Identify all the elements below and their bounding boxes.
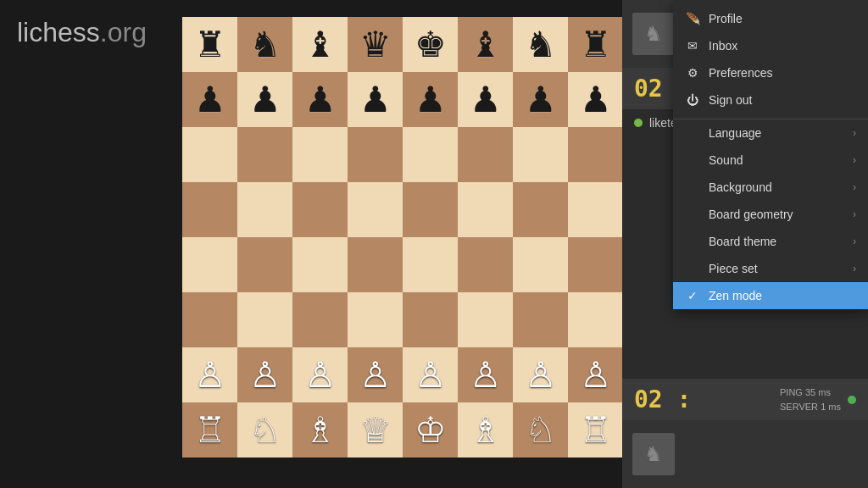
board-cell-0-4[interactable]: ♚	[403, 17, 458, 72]
board-cell-0-6[interactable]: ♞	[513, 17, 568, 72]
board-cell-5-3[interactable]	[348, 292, 403, 347]
chess-piece: ♚	[415, 27, 447, 63]
board-cell-5-6[interactable]	[513, 292, 568, 347]
board-cell-2-6[interactable]	[513, 127, 568, 182]
board-cell-4-2[interactable]	[292, 237, 348, 292]
ping-value: 35	[805, 387, 815, 397]
menu-item-preferences[interactable]: ⚙ Preferences	[673, 59, 868, 86]
server-unit: ms	[828, 402, 841, 412]
menu-item-sound[interactable]: Sound ›	[673, 147, 868, 174]
avatar-bottom: ♞	[632, 433, 675, 475]
board-cell-5-1[interactable]	[237, 292, 292, 347]
menu-item-language[interactable]: Language ›	[673, 119, 868, 147]
board-cell-7-0[interactable]: ♖	[182, 402, 237, 458]
board-cell-2-1[interactable]	[237, 127, 292, 182]
board-cell-1-4[interactable]: ♟	[403, 72, 458, 127]
board-cell-3-3[interactable]	[348, 182, 403, 237]
board-cell-7-4[interactable]: ♔	[403, 402, 458, 458]
board-cell-1-5[interactable]: ♟	[458, 72, 513, 127]
menu-item-profile[interactable]: 🪶 Profile	[673, 5, 868, 32]
board-cell-6-1[interactable]: ♙	[237, 347, 292, 402]
menu-label-language: Language	[709, 126, 844, 140]
board-cell-4-0[interactable]	[182, 237, 237, 292]
board-cell-7-6[interactable]: ♘	[513, 402, 568, 458]
board-cell-1-2[interactable]: ♟	[292, 72, 348, 127]
board-cell-2-0[interactable]	[182, 127, 237, 182]
board-cell-3-0[interactable]	[182, 182, 237, 237]
board-cell-4-7[interactable]	[568, 237, 623, 292]
board-cell-2-2[interactable]	[292, 127, 348, 182]
board-cell-3-7[interactable]	[568, 182, 623, 237]
board-cell-0-1[interactable]: ♞	[237, 17, 292, 72]
board-cell-7-2[interactable]: ♗	[292, 402, 348, 458]
menu-item-board-geometry[interactable]: Board geometry ›	[673, 201, 868, 228]
board-cell-0-3[interactable]: ♛	[348, 17, 403, 72]
board-cell-3-2[interactable]	[292, 182, 348, 237]
menu-label-piece-set: Piece set	[709, 262, 844, 275]
board-cell-6-6[interactable]: ♙	[513, 347, 568, 402]
board-cell-5-7[interactable]	[568, 292, 623, 347]
menu-item-inbox[interactable]: ✉ Inbox	[673, 32, 868, 59]
chevron-right-icon: ›	[853, 236, 856, 247]
board-cell-1-6[interactable]: ♟	[513, 72, 568, 127]
board-cell-0-0[interactable]: ♜	[182, 17, 237, 72]
menu-item-piece-set[interactable]: Piece set ›	[673, 255, 868, 282]
online-indicator	[634, 119, 643, 127]
board-cell-0-5[interactable]: ♝	[458, 17, 513, 72]
board-cell-4-1[interactable]	[237, 237, 292, 292]
board-cell-4-5[interactable]	[458, 237, 513, 292]
board-cell-6-2[interactable]: ♙	[292, 347, 348, 402]
board-cell-4-6[interactable]	[513, 237, 568, 292]
connection-status-dot	[848, 396, 856, 404]
board-cell-6-0[interactable]: ♙	[182, 347, 237, 402]
menu-item-signout[interactable]: ⏻ Sign out	[673, 86, 868, 114]
board-cell-7-7[interactable]: ♖	[568, 402, 623, 458]
ping-label: PING	[780, 387, 803, 397]
board-cell-7-5[interactable]: ♗	[458, 402, 513, 458]
board-cell-4-3[interactable]	[348, 237, 403, 292]
board-cell-2-7[interactable]	[568, 127, 623, 182]
site-logo[interactable]: lichess.org	[17, 17, 147, 48]
chess-piece: ♝	[470, 27, 502, 63]
menu-item-background[interactable]: Background ›	[673, 174, 868, 201]
board-cell-5-5[interactable]	[458, 292, 513, 347]
board-cell-7-3[interactable]: ♕	[348, 402, 403, 458]
board-cell-3-4[interactable]	[403, 182, 458, 237]
board-cell-0-2[interactable]: ♝	[292, 17, 348, 72]
chess-piece: ♟	[249, 82, 281, 118]
board-cell-7-1[interactable]: ♘	[237, 402, 292, 458]
timer-bottom-value: 02 :	[634, 385, 691, 413]
chevron-right-icon: ›	[853, 263, 856, 274]
board-cell-6-7[interactable]: ♙	[568, 347, 623, 402]
board-cell-5-0[interactable]	[182, 292, 237, 347]
menu-label-zen-mode: Zen mode	[709, 289, 856, 302]
chess-piece: ♘	[525, 413, 557, 448]
board-cell-1-0[interactable]: ♟	[182, 72, 237, 127]
board-cell-3-6[interactable]	[513, 182, 568, 237]
menu-item-board-theme[interactable]: Board theme ›	[673, 228, 868, 255]
board-cell-6-5[interactable]: ♙	[458, 347, 513, 402]
board-cell-2-3[interactable]	[348, 127, 403, 182]
board-cell-2-5[interactable]	[458, 127, 513, 182]
chess-piece: ♟	[470, 82, 502, 118]
board-cell-1-3[interactable]: ♟	[348, 72, 403, 127]
board-cell-1-1[interactable]: ♟	[237, 72, 292, 127]
menu-label-preferences: Preferences	[709, 66, 856, 80]
board-cell-5-2[interactable]	[292, 292, 348, 347]
board-cell-1-7[interactable]: ♟	[568, 72, 623, 127]
board-cell-3-1[interactable]	[237, 182, 292, 237]
chess-piece: ♙	[415, 358, 447, 393]
signout-icon: ⏻	[685, 93, 700, 107]
menu-label-board-theme: Board theme	[709, 235, 844, 248]
board-cell-3-5[interactable]	[458, 182, 513, 237]
chess-piece: ♘	[249, 413, 281, 448]
board-cell-4-4[interactable]	[403, 237, 458, 292]
menu-item-zen-mode[interactable]: ✓ Zen mode	[673, 282, 868, 309]
chevron-right-icon: ›	[853, 181, 856, 193]
board-cell-0-7[interactable]: ♜	[568, 17, 623, 72]
logo-sub: .org	[100, 17, 147, 47]
board-cell-5-4[interactable]	[403, 292, 458, 347]
board-cell-6-4[interactable]: ♙	[403, 347, 458, 402]
board-cell-6-3[interactable]: ♙	[348, 347, 403, 402]
board-cell-2-4[interactable]	[403, 127, 458, 182]
